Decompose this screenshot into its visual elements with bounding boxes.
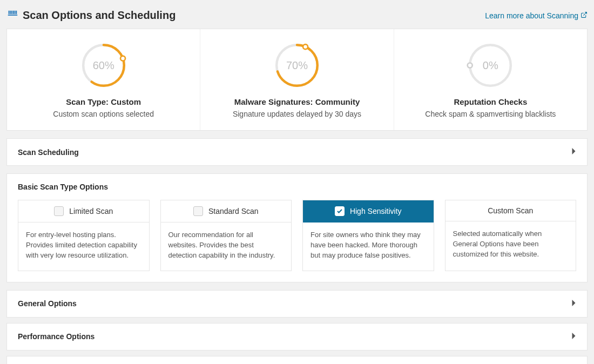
- scan-type-high-sensitivity[interactable]: High Sensitivity For site owners who thi…: [302, 200, 434, 271]
- scan-type-label: High Sensitivity: [350, 207, 402, 215]
- progress-percent: 60%: [79, 41, 128, 90]
- progress-ring: 60%: [14, 41, 193, 90]
- stat-card-malware: 70% Malware Signatures: Community Signat…: [200, 29, 394, 130]
- page-title: Scan Options and Scheduling: [23, 9, 176, 22]
- stats-panel: 60% Scan Type: Custom Custom scan option…: [6, 29, 588, 131]
- checkbox-icon: [193, 206, 203, 216]
- section-title: Scan Scheduling: [18, 148, 79, 157]
- scan-type-grid: Limited Scan For entry-level hosting pla…: [18, 200, 576, 271]
- header-left: Scan Options and Scheduling: [6, 9, 176, 22]
- progress-ring: 70%: [207, 41, 387, 90]
- scan-type-label: Custom Scan: [488, 206, 533, 215]
- scan-type-description: For site owners who think they may have …: [303, 223, 434, 271]
- svg-line-0: [583, 12, 586, 15]
- scan-type-label: Standard Scan: [208, 207, 259, 215]
- stat-subtitle: Custom scan options selected: [14, 110, 193, 118]
- section-title: Performance Options: [18, 332, 94, 341]
- scan-type-custom[interactable]: Custom Scan Selected automatically when …: [445, 200, 577, 271]
- section-advanced-scan-options[interactable]: Advanced Scan Options: [6, 356, 588, 364]
- stat-title: Scan Type: Custom: [14, 97, 193, 106]
- checkbox-icon: [54, 206, 64, 216]
- scan-type-limited[interactable]: Limited Scan For entry-level hosting pla…: [18, 200, 150, 271]
- stat-subtitle: Signature updates delayed by 30 days: [207, 110, 387, 118]
- learn-more-link[interactable]: Learn more about Scanning: [485, 11, 588, 20]
- learn-more-label: Learn more about Scanning: [485, 11, 578, 20]
- progress-ring: 0%: [401, 41, 580, 90]
- stat-card-reputation: 0% Reputation Checks Check spam & spamve…: [394, 29, 587, 130]
- section-basic-scan-type: Basic Scan Type Options Limited Scan For…: [6, 173, 588, 282]
- section-title: Basic Scan Type Options: [18, 183, 576, 191]
- section-performance-options[interactable]: Performance Options: [6, 323, 588, 350]
- stat-title: Malware Signatures: Community: [207, 97, 387, 106]
- progress-percent: 0%: [466, 41, 515, 90]
- stat-subtitle: Check spam & spamvertising blacklists: [401, 110, 580, 118]
- section-general-options[interactable]: General Options: [6, 290, 588, 318]
- scan-type-description: Our recommendation for all websites. Pro…: [161, 223, 292, 271]
- chevron-right-icon: [571, 147, 576, 157]
- chevron-right-icon: [571, 299, 576, 308]
- scan-type-description: Selected automatically when General Opti…: [446, 221, 576, 269]
- checkbox-checked-icon: [335, 206, 345, 216]
- stat-card-scan-type: 60% Scan Type: Custom Custom scan option…: [7, 29, 200, 130]
- chevron-right-icon: [571, 332, 576, 341]
- shield-icon: [6, 9, 18, 22]
- page-header: Scan Options and Scheduling Learn more a…: [6, 5, 588, 23]
- external-link-icon: [580, 11, 588, 20]
- scan-type-standard[interactable]: Standard Scan Our recommendation for all…: [160, 200, 292, 271]
- progress-percent: 70%: [273, 41, 321, 90]
- stat-title: Reputation Checks: [401, 97, 580, 106]
- scan-type-label: Limited Scan: [69, 207, 113, 215]
- section-title: General Options: [18, 299, 77, 308]
- scan-type-description: For entry-level hosting plans. Provides …: [18, 223, 149, 271]
- section-scan-scheduling[interactable]: Scan Scheduling: [6, 138, 588, 166]
